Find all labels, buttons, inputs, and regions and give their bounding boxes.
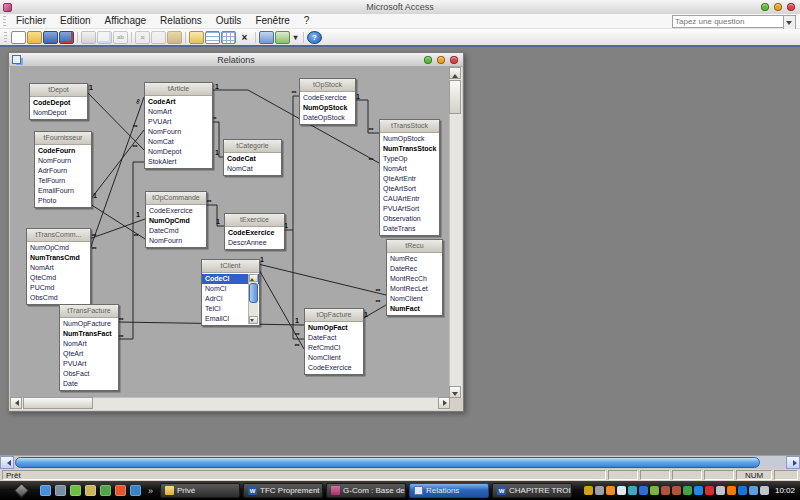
relationship-line[interactable] — [117, 162, 144, 339]
field-NomDepot[interactable]: NomDepot — [30, 108, 87, 118]
show-direct-relationships-icon[interactable] — [205, 31, 220, 44]
table-title[interactable]: tOpStock — [300, 79, 355, 92]
field-NumTransFact[interactable]: NumTransFact — [60, 329, 118, 339]
field-AdrFourn[interactable]: AdrFourn — [35, 166, 91, 176]
field-CodeArt[interactable]: CodeArt — [145, 97, 212, 107]
app-scroll-left-icon[interactable] — [0, 456, 14, 469]
field-DateOpStock[interactable]: DateOpStock — [300, 113, 355, 123]
relations-titlebar[interactable]: Relations — [9, 53, 463, 67]
table-title[interactable]: tOpCommande — [146, 192, 206, 205]
copy-icon[interactable] — [151, 31, 166, 44]
insert-rows-icon[interactable] — [189, 31, 204, 44]
field-EmailFourn[interactable]: EmailFourn — [35, 186, 91, 196]
paste-icon[interactable] — [167, 31, 182, 44]
field-NomArt[interactable]: NomArt — [27, 263, 90, 273]
relations-hscrollbar[interactable] — [10, 397, 450, 410]
field-CodeExercice[interactable]: CodeExercice — [146, 206, 206, 216]
new-object-icon[interactable] — [275, 31, 290, 44]
taskbar-button-g-com-base-de[interactable]: G-Com : Base de ... — [326, 483, 406, 498]
display-icon[interactable] — [749, 486, 758, 495]
antivirus-icon[interactable] — [705, 486, 714, 495]
table-tExercice[interactable]: tExerciceCodeExerciceDescrAnnee — [224, 213, 285, 250]
table-title[interactable]: tCategorie — [224, 140, 281, 153]
document-icon[interactable] — [617, 486, 626, 495]
field-NumOpStock[interactable]: NumOpStock — [300, 103, 355, 113]
field-NumTransStock[interactable]: NumTransStock — [380, 144, 439, 154]
clear-layout-icon[interactable]: × — [237, 31, 252, 44]
field-TelFourn[interactable]: TelFourn — [35, 176, 91, 186]
toolbar-grip[interactable] — [4, 32, 7, 42]
menu-outils[interactable]: Outils — [209, 14, 249, 28]
menu-fenêtre[interactable]: Fenêtre — [248, 14, 296, 28]
menubar-grip[interactable] — [3, 16, 6, 26]
opera-icon[interactable] — [115, 485, 126, 496]
app-hscroll-thumb[interactable] — [15, 457, 760, 468]
vscroll-thumb[interactable] — [449, 80, 461, 114]
volume-icon[interactable] — [760, 486, 769, 495]
hscroll-thumb[interactable] — [23, 397, 93, 409]
relations-maximize-button[interactable] — [437, 56, 445, 64]
field-MontRecLet[interactable]: MontRecLet — [387, 284, 442, 294]
field-scroll-thumb[interactable] — [249, 283, 258, 303]
scroll-up-icon[interactable] — [449, 67, 461, 79]
more-icons-chevron[interactable]: » — [148, 486, 153, 496]
menu-?[interactable]: ? — [297, 14, 317, 28]
field-DateFact[interactable]: DateFact — [305, 333, 363, 343]
table-tTransFacture[interactable]: tTransFactureNumOpFactureNumTransFactNom… — [59, 304, 119, 391]
field-NumOpCmd[interactable]: NumOpCmd — [146, 216, 206, 226]
field-NomCat[interactable]: NomCat — [145, 137, 212, 147]
taskbar-button-relations[interactable]: Relations — [409, 483, 489, 498]
table-title[interactable]: tExercice — [225, 214, 284, 227]
field-CodeExercice[interactable]: CodeExercice — [300, 93, 355, 103]
audio-icon[interactable] — [716, 486, 725, 495]
spelling-icon[interactable]: ab — [113, 31, 128, 44]
show-all-relationships-icon[interactable] — [221, 31, 236, 44]
table-tOpCommande[interactable]: tOpCommandeCodeExerciceNumOpCmdDateCmdNo… — [145, 191, 207, 248]
field-NomArt[interactable]: NomArt — [145, 107, 212, 117]
browser-icon[interactable] — [55, 485, 66, 496]
table-tDepot[interactable]: tDepotCodeDepotNomDepot — [29, 83, 88, 120]
field-Date[interactable]: Date — [60, 379, 118, 389]
mail-icon[interactable] — [628, 486, 637, 495]
field-CodeFourn[interactable]: CodeFourn — [35, 146, 91, 156]
ask-question-input[interactable] — [672, 15, 784, 28]
relations-window[interactable]: Relations 1∞1∞∞∞∞∞11∞∞1∞11∞1∞∞1∞∞1∞∞1∞ t… — [8, 52, 464, 412]
field-CodeExercice[interactable]: CodeExercice — [305, 363, 363, 373]
menu-affichage[interactable]: Affichage — [98, 14, 154, 28]
print-icon[interactable] — [81, 31, 96, 44]
database-window-icon[interactable] — [259, 31, 274, 44]
relations-minimize-button[interactable] — [424, 56, 432, 64]
scroll-left-icon[interactable] — [10, 397, 22, 409]
field-DateCmd[interactable]: DateCmd — [146, 226, 206, 236]
relationship-line[interactable] — [354, 100, 379, 133]
field-NomClient[interactable]: NomClient — [305, 353, 363, 363]
field-NumOpFact[interactable]: NumOpFact — [305, 323, 363, 333]
table-tTransComm[interactable]: tTransComm...NumOpCmdNumTransCmdNomArtQt… — [26, 228, 91, 305]
maximize-button[interactable] — [774, 3, 782, 11]
menu-relations[interactable]: Relations — [153, 14, 209, 28]
menu-fichier[interactable]: Fichier — [9, 14, 53, 28]
print-preview-icon[interactable] — [97, 31, 112, 44]
question-dropdown-icon[interactable] — [783, 15, 796, 30]
field-NomFourn[interactable]: NomFourn — [145, 127, 212, 137]
firefox-icon[interactable] — [727, 486, 736, 495]
shield-icon[interactable] — [606, 486, 615, 495]
network-off-1-icon[interactable] — [661, 486, 670, 495]
relationship-line[interactable] — [258, 268, 304, 349]
field-NumOpFacture[interactable]: NumOpFacture — [60, 319, 118, 329]
table-tOpFacture[interactable]: tOpFactureNumOpFactDateFactRefCmdClNomCl… — [304, 308, 364, 375]
field-ObsFact[interactable]: ObsFact — [60, 369, 118, 379]
key-icon[interactable] — [584, 486, 593, 495]
color-app-icon[interactable] — [650, 486, 659, 495]
open-icon[interactable] — [27, 31, 42, 44]
field-RefCmdCl[interactable]: RefCmdCl — [305, 343, 363, 353]
file-search-icon[interactable] — [59, 31, 74, 44]
new-icon[interactable] — [11, 31, 26, 44]
field-DateRec[interactable]: DateRec — [387, 264, 442, 274]
field-CAUArtEntr[interactable]: CAUArtEntr — [380, 194, 439, 204]
help-tray-icon[interactable] — [738, 486, 747, 495]
field-ObsCmd[interactable]: ObsCmd — [27, 293, 90, 303]
update-icon[interactable] — [595, 486, 604, 495]
field-QteArtSort[interactable]: QteArtSort — [380, 184, 439, 194]
show-desktop-icon[interactable] — [40, 485, 51, 496]
